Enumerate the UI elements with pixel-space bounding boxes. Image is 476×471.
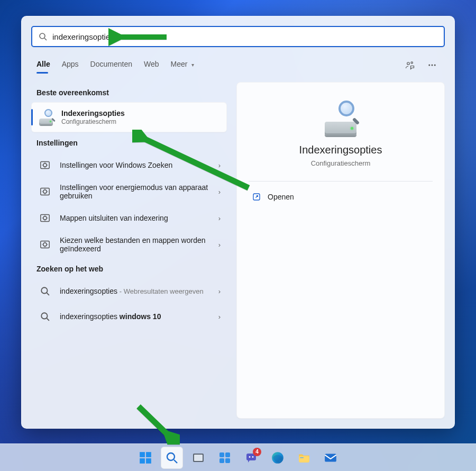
- svg-point-2: [407, 62, 410, 65]
- start-search-panel: Alle Apps Documenten Web Meer ▾ Beste ov…: [21, 16, 455, 429]
- taskbar-edge[interactable]: [267, 447, 289, 469]
- taskbar-task-view[interactable]: [187, 447, 209, 469]
- search-options-button[interactable]: [402, 58, 417, 73]
- svg-point-15: [41, 287, 47, 293]
- tab-label: Web: [144, 60, 159, 68]
- svg-rect-13: [41, 241, 50, 248]
- svg-rect-27: [194, 455, 203, 461]
- svg-point-0: [40, 33, 45, 39]
- svg-point-17: [41, 313, 47, 319]
- svg-rect-29: [225, 452, 230, 457]
- more-options-button[interactable]: [425, 58, 440, 73]
- web-result-query: indexeringsopties: [60, 287, 117, 295]
- svg-point-3: [411, 62, 413, 64]
- more-horizontal-icon: [427, 60, 437, 70]
- svg-rect-23: [146, 458, 151, 464]
- taskbar-start[interactable]: [134, 447, 157, 469]
- settings-result-title: Mappen uitsluiten van indexering: [60, 214, 211, 222]
- svg-point-24: [167, 453, 175, 460]
- svg-point-12: [43, 216, 47, 220]
- web-result[interactable]: indexeringsopties - Webresultaten weerge…: [31, 278, 227, 304]
- task-view-icon: [192, 451, 205, 464]
- mail-icon: [324, 451, 337, 465]
- chat-badge: 4: [253, 448, 261, 456]
- chevron-right-icon: ›: [218, 313, 221, 321]
- best-match-header: Beste overeenkomst: [31, 82, 227, 102]
- settings-header: Instellingen: [31, 132, 227, 152]
- chevron-down-icon: ▾: [191, 62, 194, 68]
- svg-point-14: [43, 243, 47, 246]
- people-feedback-icon: [405, 60, 415, 70]
- svg-line-18: [47, 318, 49, 321]
- web-result-suffix: Webresultaten weergeven: [124, 287, 204, 295]
- search-input[interactable]: [52, 32, 437, 41]
- preview-subtitle: Configuratiescherm: [311, 159, 371, 167]
- svg-rect-21: [146, 452, 151, 457]
- edge-icon: [271, 451, 285, 465]
- tab-label: Documenten: [90, 60, 132, 68]
- tab-all[interactable]: Alle: [36, 57, 50, 74]
- svg-rect-30: [219, 458, 224, 463]
- settings-result[interactable]: Mappen uitsluiten van indexering ›: [31, 205, 227, 231]
- search-icon: [38, 309, 52, 324]
- svg-point-10: [43, 190, 47, 193]
- best-match-result[interactable]: Indexeringsopties Configuratiescherm: [31, 102, 227, 132]
- svg-rect-22: [140, 458, 145, 464]
- taskbar-search[interactable]: [161, 447, 183, 469]
- chevron-right-icon: ›: [218, 214, 221, 222]
- svg-rect-11: [41, 215, 50, 222]
- settings-result-title: Kiezen welke bestanden en mappen worden …: [60, 236, 211, 253]
- taskbar-file-explorer[interactable]: [293, 447, 315, 469]
- search-box[interactable]: [31, 26, 445, 47]
- search-icon: [166, 451, 178, 464]
- tab-label: Alle: [36, 60, 50, 68]
- tab-apps[interactable]: Apps: [62, 57, 79, 74]
- tab-more[interactable]: Meer ▾: [171, 57, 195, 74]
- settings-result[interactable]: Kiezen welke bestanden en mappen worden …: [31, 231, 227, 258]
- settings-result[interactable]: Instellingen voor energiemodus van appar…: [31, 178, 227, 205]
- taskbar-chat[interactable]: 4: [240, 447, 262, 469]
- settings-gear-icon: [38, 211, 52, 225]
- svg-rect-31: [225, 458, 230, 463]
- best-match-subtitle: Configuratiescherm: [61, 118, 219, 125]
- results-column: Beste overeenkomst Indexeringsopties Con…: [31, 82, 227, 419]
- result-preview-pane: Indexeringsopties Configuratiescherm Ope…: [236, 82, 445, 419]
- search-scope-tabs-row: Alle Apps Documenten Web Meer ▾: [22, 57, 454, 76]
- svg-line-25: [174, 460, 177, 463]
- windows-start-icon: [139, 451, 152, 465]
- svg-line-16: [47, 293, 49, 295]
- svg-line-1: [44, 38, 47, 40]
- svg-point-6: [434, 65, 436, 66]
- taskbar-mail[interactable]: [319, 447, 342, 469]
- separator: [249, 181, 433, 182]
- tab-web[interactable]: Web: [144, 57, 159, 74]
- web-header: Zoeken op het web: [31, 258, 227, 278]
- open-external-icon: [252, 192, 261, 202]
- settings-result-title: Instellingen voor energiemodus van appar…: [60, 183, 211, 200]
- web-result[interactable]: indexeringsopties windows 10 ›: [31, 304, 227, 329]
- svg-rect-38: [325, 454, 336, 461]
- drive-magnifier-icon: [39, 110, 54, 125]
- widgets-icon: [218, 451, 231, 464]
- svg-rect-9: [41, 188, 50, 195]
- svg-point-4: [428, 65, 430, 66]
- tab-documents[interactable]: Documenten: [90, 57, 132, 74]
- svg-rect-7: [41, 162, 50, 169]
- web-result-bold: windows 10: [120, 312, 161, 321]
- web-result-query: indexeringsopties: [60, 312, 120, 321]
- settings-gear-icon: [38, 184, 52, 199]
- preview-title: Indexeringsopties: [299, 144, 382, 156]
- search-icon: [39, 32, 47, 41]
- settings-result[interactable]: Instellingen voor Windows Zoeken ›: [31, 152, 227, 178]
- drive-magnifier-icon: [319, 98, 362, 141]
- chevron-right-icon: ›: [218, 241, 221, 249]
- chevron-right-icon: ›: [218, 188, 221, 196]
- preview-open-action[interactable]: Openen: [249, 187, 433, 207]
- svg-point-5: [432, 65, 433, 66]
- svg-rect-28: [219, 452, 224, 457]
- svg-rect-20: [140, 452, 145, 457]
- taskbar-widgets[interactable]: [214, 447, 236, 469]
- settings-gear-icon: [38, 158, 52, 173]
- settings-gear-icon: [38, 237, 52, 252]
- svg-point-8: [43, 164, 47, 167]
